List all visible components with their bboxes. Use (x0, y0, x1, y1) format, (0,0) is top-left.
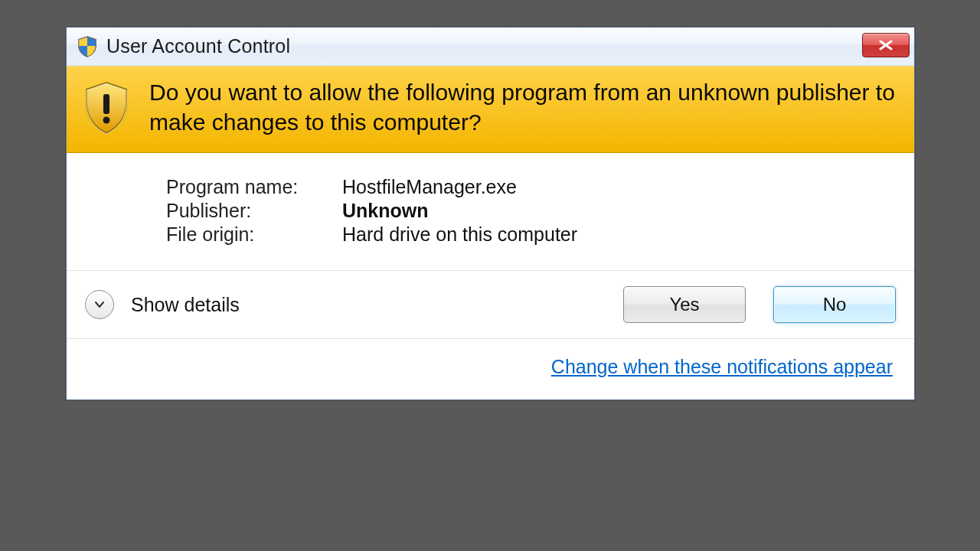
warning-shield-icon (82, 80, 131, 134)
program-name-value: HostfileManager.exe (342, 176, 517, 198)
program-name-label: Program name: (166, 176, 342, 198)
warning-banner: Do you want to allow the following progr… (67, 66, 914, 153)
uac-shield-icon (76, 35, 99, 58)
publisher-value: Unknown (342, 200, 429, 222)
yes-button[interactable]: Yes (623, 286, 746, 323)
window-title: User Account Control (106, 35, 862, 57)
publisher-row: Publisher: Unknown (166, 200, 899, 222)
no-button[interactable]: No (773, 286, 896, 323)
show-details-toggle[interactable] (85, 290, 114, 319)
uac-question-text: Do you want to allow the following progr… (149, 77, 899, 137)
show-details-label[interactable]: Show details (131, 294, 614, 316)
chevron-down-icon (93, 298, 106, 311)
publisher-label: Publisher: (166, 200, 342, 222)
close-icon (878, 40, 893, 51)
svg-rect-0 (103, 94, 109, 114)
file-origin-row: File origin: Hard drive on this computer (166, 223, 899, 246)
svg-point-1 (103, 117, 110, 124)
title-bar: User Account Control (67, 28, 914, 66)
program-details: Program name: HostfileManager.exe Publis… (67, 153, 914, 270)
file-origin-label: File origin: (166, 223, 342, 246)
uac-dialog: User Account Control Do you (66, 27, 915, 400)
close-button[interactable] (862, 33, 910, 57)
change-notifications-link[interactable]: Change when these notifications appear (551, 356, 893, 378)
program-name-row: Program name: HostfileManager.exe (166, 176, 899, 198)
footer: Change when these notifications appear (67, 338, 914, 399)
file-origin-value: Hard drive on this computer (342, 223, 577, 246)
action-row: Show details Yes No (67, 270, 914, 338)
